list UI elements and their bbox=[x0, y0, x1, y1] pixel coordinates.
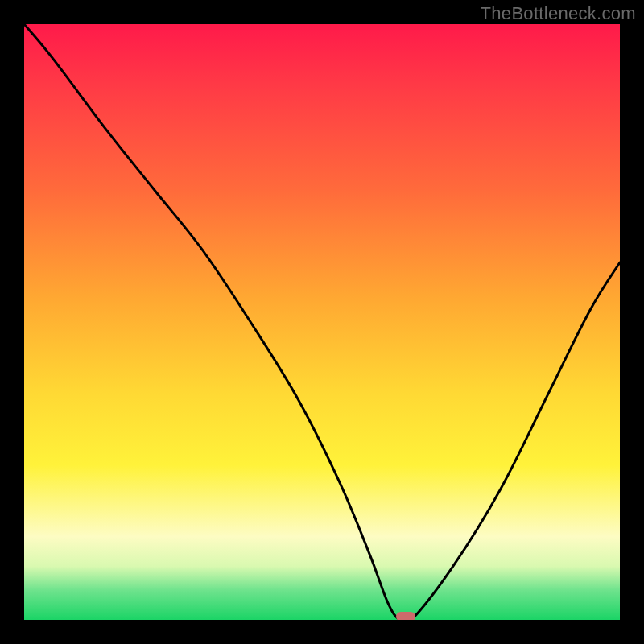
minimum-marker bbox=[396, 612, 415, 620]
chart-frame: TheBottleneck.com bbox=[0, 0, 644, 644]
plot-area bbox=[24, 24, 620, 620]
bottleneck-curve bbox=[24, 24, 620, 620]
watermark-text: TheBottleneck.com bbox=[481, 3, 636, 24]
